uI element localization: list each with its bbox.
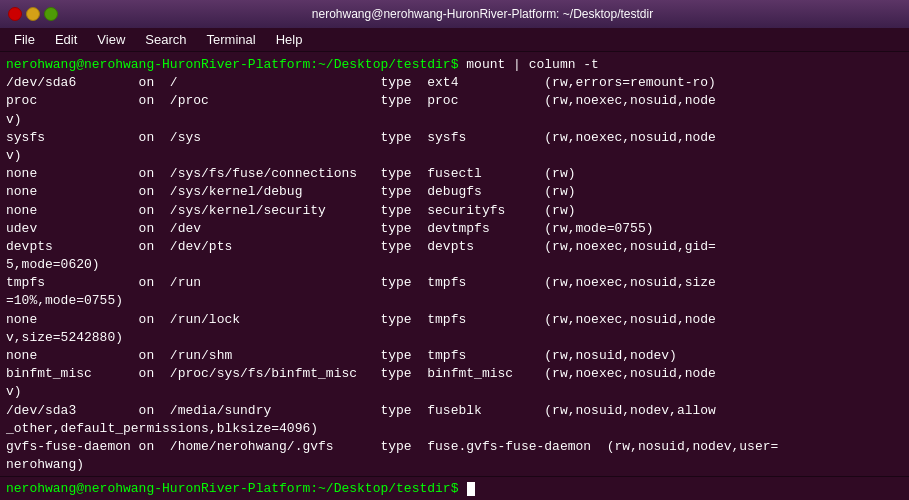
menu-help[interactable]: Help xyxy=(266,30,313,49)
command-prompt: nerohwang@nerohwang-HuronRiver-Platform:… xyxy=(6,56,903,74)
menu-file[interactable]: File xyxy=(4,30,45,49)
menu-search[interactable]: Search xyxy=(135,30,196,49)
menu-terminal[interactable]: Terminal xyxy=(197,30,266,49)
menu-edit[interactable]: Edit xyxy=(45,30,87,49)
window-title: nerohwang@nerohwang-HuronRiver-Platform:… xyxy=(64,7,901,21)
cursor xyxy=(467,482,475,496)
bottom-prompt: nerohwang@nerohwang-HuronRiver-Platform:… xyxy=(6,481,466,496)
minimize-button[interactable] xyxy=(26,7,40,21)
menubar: File Edit View Search Terminal Help xyxy=(0,28,909,52)
bottom-bar: nerohwang@nerohwang-HuronRiver-Platform:… xyxy=(0,476,909,500)
maximize-button[interactable] xyxy=(44,7,58,21)
close-button[interactable] xyxy=(8,7,22,21)
prompt-user: nerohwang@nerohwang-HuronRiver-Platform:… xyxy=(6,57,458,72)
titlebar-buttons xyxy=(8,7,58,21)
terminal-content[interactable]: nerohwang@nerohwang-HuronRiver-Platform:… xyxy=(0,52,909,476)
titlebar: nerohwang@nerohwang-HuronRiver-Platform:… xyxy=(0,0,909,28)
command-output: /dev/sda6 on / type ext4 (rw,errors=remo… xyxy=(6,74,903,476)
menu-view[interactable]: View xyxy=(87,30,135,49)
prompt-command: mount | column -t xyxy=(458,57,598,72)
